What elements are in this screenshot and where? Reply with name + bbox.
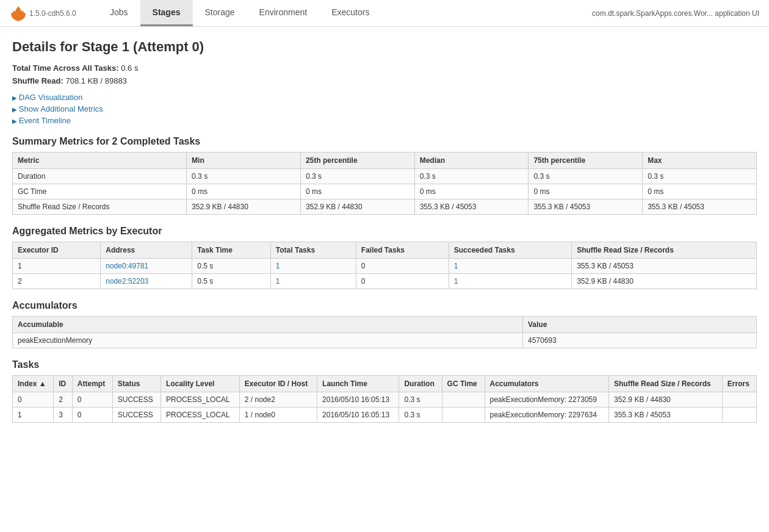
task-executor: 2 / node2 (239, 392, 317, 408)
exec-failed: 0 (356, 259, 449, 274)
tasks-section-title: Tasks (12, 359, 757, 370)
task-gc-time (442, 392, 485, 408)
nav-tab-storage[interactable]: Storage (193, 0, 247, 26)
task-launch-time: 2016/05/10 16:05:13 (317, 392, 399, 408)
summary-col-median: Median (414, 153, 529, 169)
summary-metric: Duration (13, 169, 187, 184)
exec-address[interactable]: node2:52203 (101, 274, 192, 289)
total-time-label: Total Time Across All Tasks: (12, 63, 119, 73)
summary-median: 0.3 s (414, 169, 529, 184)
table-row: Shuffle Read Size / Records 352.9 KB / 4… (13, 200, 757, 215)
page-title: Details for Stage 1 (Attempt 0) (12, 39, 757, 55)
table-row: 1 3 0 SUCCESS PROCESS_LOCAL 1 / node0 20… (13, 408, 757, 423)
exec-succeeded[interactable]: 1 (449, 259, 571, 274)
summary-median: 0 ms (414, 184, 529, 200)
summary-metric: GC Time (13, 184, 187, 200)
summary-min: 0 ms (187, 184, 301, 200)
exec-col-shuffle: Shuffle Read Size / Records (572, 242, 757, 259)
logo-version: 1.5.0-cdh5.6.0 (29, 9, 76, 18)
task-id: 2 (54, 392, 73, 408)
summary-median: 355.3 KB / 45053 (414, 200, 529, 215)
accumulators-section-title: Accumulators (12, 300, 757, 311)
summary-metrics-table: Metric Min 25th percentile Median 75th p… (12, 152, 757, 215)
exec-task-time: 0.5 s (192, 259, 271, 274)
table-row: Duration 0.3 s 0.3 s 0.3 s 0.3 s 0.3 s (13, 169, 757, 184)
task-col-index[interactable]: Index ▲ (13, 376, 54, 392)
exec-id: 1 (13, 259, 101, 274)
summary-p75: 0.3 s (529, 169, 643, 184)
summary-p25: 0 ms (300, 184, 414, 200)
executor-metrics-table: Executor ID Address Task Time Total Task… (12, 242, 757, 289)
exec-total[interactable]: 1 (270, 259, 356, 274)
summary-p25: 0.3 s (300, 169, 414, 184)
acc-col-value: Value (522, 317, 756, 333)
task-status: SUCCESS (112, 408, 161, 423)
task-errors (722, 392, 756, 408)
table-row: 1 node0:49781 0.5 s 1 0 1 355.3 KB / 450… (13, 259, 757, 274)
main-content: Details for Stage 1 (Attempt 0) Total Ti… (0, 27, 769, 441)
summary-metric: Shuffle Read Size / Records (13, 200, 187, 215)
acc-col-name: Accumulable (13, 317, 523, 333)
nav-tab-executors[interactable]: Executors (319, 0, 381, 26)
task-launch-time: 2016/05/10 16:05:13 (317, 408, 399, 423)
task-col-attempt: Attempt (72, 376, 112, 392)
summary-min: 352.9 KB / 44830 (187, 200, 301, 215)
acc-value: 4570693 (522, 333, 756, 348)
task-shuffle: 355.3 KB / 45053 (609, 408, 723, 423)
task-col-status: Status (112, 376, 161, 392)
task-index: 0 (13, 392, 54, 408)
task-accumulators: peakExecutionMemory: 2273059 (485, 392, 609, 408)
shuffle-read-label: Shuffle Read: (12, 76, 63, 85)
task-locality: PROCESS_LOCAL (161, 392, 240, 408)
exec-shuffle: 355.3 KB / 45053 (572, 259, 757, 274)
task-col-launch: Launch Time (317, 376, 399, 392)
exec-col-address: Address (101, 242, 192, 259)
exec-col-task-time: Task Time (192, 242, 271, 259)
summary-col-max: Max (643, 153, 757, 169)
exec-failed: 0 (356, 274, 449, 289)
exec-col-id: Executor ID (13, 242, 101, 259)
task-shuffle: 352.9 KB / 44830 (609, 392, 723, 408)
summary-col-min: Min (187, 153, 301, 169)
task-col-locality: Locality Level (161, 376, 240, 392)
task-col-accumulators: Accumulators (485, 376, 609, 392)
summary-p75: 0 ms (529, 184, 643, 200)
task-col-gc: GC Time (442, 376, 485, 392)
event-timeline-link[interactable]: Event Timeline (12, 116, 757, 125)
task-locality: PROCESS_LOCAL (161, 408, 240, 423)
summary-min: 0.3 s (187, 169, 301, 184)
task-col-duration: Duration (399, 376, 442, 392)
show-additional-metrics-link[interactable]: Show Additional Metrics (12, 104, 757, 113)
nav-tab-jobs[interactable]: Jobs (98, 0, 140, 26)
exec-col-succeeded: Succeeded Tasks (449, 242, 571, 259)
task-attempt: 0 (72, 392, 112, 408)
summary-col-metric: Metric (13, 153, 187, 169)
executor-section-title: Aggregated Metrics by Executor (12, 226, 757, 237)
shuffle-read-value: 708.1 KB / 89883 (65, 76, 126, 85)
summary-p25: 352.9 KB / 44830 (300, 200, 414, 215)
nav-tab-environment[interactable]: Environment (247, 0, 320, 26)
exec-total[interactable]: 1 (270, 274, 356, 289)
exec-id: 2 (13, 274, 101, 289)
exec-col-failed: Failed Tasks (356, 242, 449, 259)
table-row: GC Time 0 ms 0 ms 0 ms 0 ms 0 ms (13, 184, 757, 200)
task-accumulators: peakExecutionMemory: 2297634 (485, 408, 609, 423)
task-duration: 0.3 s (399, 392, 442, 408)
summary-p75: 355.3 KB / 45053 (529, 200, 643, 215)
table-row: peakExecutionMemory 4570693 (13, 333, 757, 348)
task-col-shuffle: Shuffle Read Size / Records (609, 376, 723, 392)
page-links: DAG Visualization Show Additional Metric… (12, 93, 757, 125)
table-row: 2 node2:52203 0.5 s 1 0 1 352.9 KB / 448… (13, 274, 757, 289)
task-col-errors: Errors (722, 376, 756, 392)
logo-area: 1.5.0-cdh5.6.0 (0, 1, 98, 26)
exec-col-total: Total Tasks (270, 242, 356, 259)
nav-tab-stages[interactable]: Stages (140, 0, 193, 26)
app-id: com.dt.spark.SparkApps.cores.Wor... appl… (582, 2, 769, 25)
dag-visualization-link[interactable]: DAG Visualization (12, 93, 757, 102)
header: 1.5.0-cdh5.6.0 Jobs Stages Storage Envir… (0, 0, 769, 27)
accumulators-table: Accumulable Value peakExecutionMemory 45… (12, 316, 757, 348)
task-attempt: 0 (72, 408, 112, 423)
exec-address[interactable]: node0:49781 (101, 259, 192, 274)
table-row: 0 2 0 SUCCESS PROCESS_LOCAL 2 / node2 20… (13, 392, 757, 408)
exec-succeeded[interactable]: 1 (449, 274, 571, 289)
